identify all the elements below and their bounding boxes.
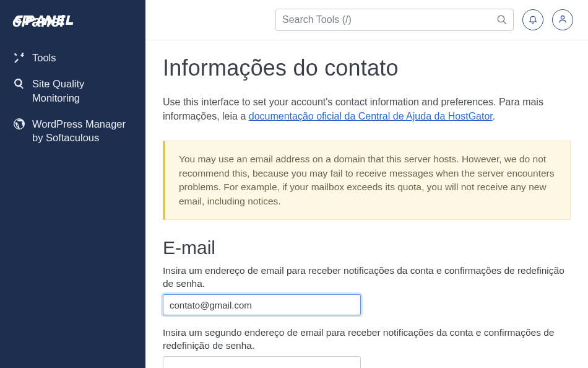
intro-text: Use this interface to set your account's… (163, 95, 571, 123)
email2-label: Insira um segundo endereço de email para… (163, 326, 571, 353)
sidebar-item-site-quality[interactable]: Site Quality Monitoring (0, 71, 145, 111)
user-icon (558, 14, 568, 26)
topbar (145, 0, 588, 40)
warning-notice: You may use an email address on a domain… (163, 141, 571, 220)
content: Informações do contato Use this interfac… (145, 40, 588, 368)
bell-icon (528, 14, 538, 26)
wordpress-icon (12, 117, 26, 131)
sidebar-item-label: WordPress Manager by Softaculous (32, 117, 133, 145)
sidebar: cPanel Tools Site Quality Monitoring Wor… (0, 0, 145, 368)
search-input[interactable] (275, 9, 514, 31)
magnify-icon (12, 77, 26, 90)
sidebar-item-label: Site Quality Monitoring (32, 77, 133, 105)
email1-label: Insira um endereço de email para receber… (163, 265, 571, 291)
cpanel-logo: cPanel (0, 11, 145, 45)
search-icon (496, 14, 508, 25)
search-wrap (275, 9, 514, 31)
tools-icon (12, 51, 26, 64)
email-section-title: E-mail (163, 237, 571, 258)
sidebar-item-wordpress[interactable]: WordPress Manager by Softaculous (0, 111, 145, 151)
svg-line-3 (503, 21, 506, 24)
notifications-button[interactable] (522, 9, 543, 30)
main: Informações do contato Use this interfac… (145, 0, 588, 368)
svg-point-4 (561, 15, 564, 19)
email2-input[interactable] (163, 356, 361, 368)
intro-doc-link[interactable]: documentação oficial da Central de Ajuda… (249, 111, 493, 121)
svg-text:cPanel: cPanel (12, 12, 65, 28)
page-title: Informações do contato (163, 55, 571, 81)
account-button[interactable] (552, 9, 573, 30)
sidebar-item-label: Tools (32, 51, 56, 64)
svg-point-2 (498, 15, 504, 22)
intro-suffix: . (493, 111, 495, 121)
email1-input[interactable] (163, 294, 361, 315)
sidebar-item-tools[interactable]: Tools (0, 45, 145, 71)
